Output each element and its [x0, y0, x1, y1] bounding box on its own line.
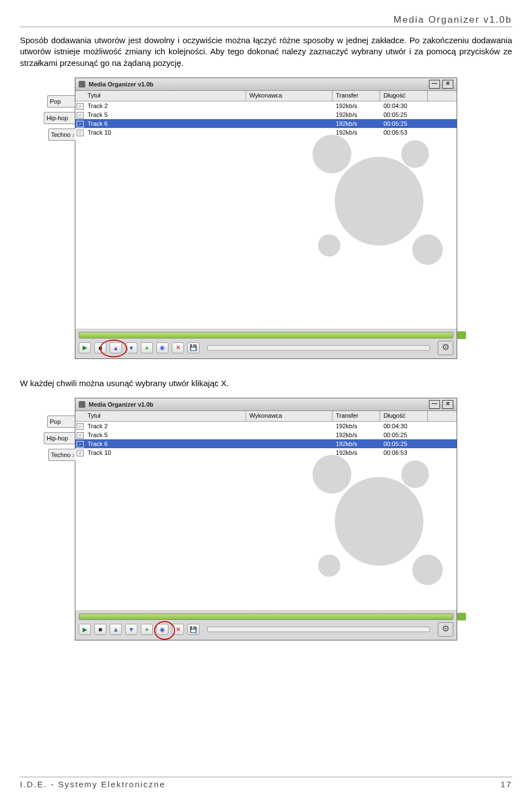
track-row[interactable]: ♪Track 2192kb/s00:04:30 — [75, 422, 457, 430]
minimize-button[interactable]: — — [429, 80, 440, 89]
track-row[interactable]: ♪Track 5192kb/s00:05:25 — [75, 110, 457, 119]
save-button[interactable]: 💾 — [187, 624, 200, 635]
track-list[interactable]: ♪Track 2192kb/s00:04:30♪Track 5192kb/s00… — [75, 422, 457, 610]
app-window-2: Media Organizer v1.0b — ✕ Tytuł Wykonawc… — [75, 398, 457, 640]
cell-title: Track 10 — [84, 129, 246, 136]
move-down-button[interactable]: ▼ — [125, 342, 137, 353]
cell-length: 00:04:30 — [380, 102, 428, 109]
paragraph-1: Sposób dodawania utworów jest dowolny i … — [20, 35, 512, 69]
stop-button[interactable]: ■ — [94, 342, 106, 353]
tab-hiphop[interactable]: Hip-hop — [44, 112, 75, 124]
music-icon: ♪ — [71, 452, 75, 458]
save-button[interactable]: 💾 — [187, 342, 200, 353]
toolbar: ▶ ■ ▲ ▼ + ◉ ✕ 💾 ⚙ — [79, 341, 453, 355]
note-icon: ♪ — [76, 450, 84, 457]
col-artist[interactable]: Wykonawca — [246, 411, 332, 421]
note-icon: ♪ — [76, 432, 84, 439]
cell-length: 00:05:25 — [380, 440, 428, 447]
window-title: Media Organizer v1.0b — [89, 401, 154, 408]
cell-transfer: 192kb/s — [332, 129, 380, 136]
cell-transfer: 192kb/s — [332, 120, 380, 127]
volume-slider[interactable] — [207, 345, 430, 351]
cell-length: 00:05:25 — [380, 120, 428, 127]
track-row[interactable]: ♪Track 2192kb/s00:04:30 — [75, 101, 457, 110]
move-down-button[interactable]: ▼ — [125, 624, 137, 635]
screenshot-2-wrap: Pop Hip-hop Techno♪ Media Organizer v1.0… — [20, 398, 512, 640]
side-tabs: Pop Hip-hop Techno♪ — [47, 95, 75, 145]
footer-page: 17 — [500, 780, 512, 789]
screenshot-2: Pop Hip-hop Techno♪ Media Organizer v1.0… — [75, 398, 457, 640]
progress-bar[interactable] — [79, 332, 453, 339]
cell-title: Track 10 — [84, 449, 246, 456]
cell-length: 00:05:25 — [380, 432, 428, 438]
play-button[interactable]: ▶ — [79, 342, 91, 353]
app-icon — [79, 401, 85, 408]
track-list[interactable]: ♪Track 2192kb/s00:04:30♪Track 5192kb/s00… — [75, 101, 457, 329]
col-transfer[interactable]: Transfer — [332, 411, 380, 421]
note-icon: ♪ — [76, 441, 84, 448]
toolbar: ▶ ■ ▲ ▼ + ◉ ✕ 💾 ⚙ — [79, 622, 453, 637]
move-up-button[interactable]: ▲ — [110, 342, 122, 353]
col-length[interactable]: Długość — [380, 91, 428, 101]
window-title: Media Organizer v1.0b — [89, 81, 154, 88]
add-button[interactable]: + — [141, 624, 153, 635]
column-headers: Tytuł Wykonawca Transfer Długość — [75, 91, 457, 101]
minimize-button[interactable]: — — [429, 400, 440, 409]
delete-button[interactable]: ✕ — [172, 624, 184, 635]
music-icon: ♪ — [71, 131, 75, 138]
background-graphic — [301, 455, 457, 610]
cell-title: Track 2 — [84, 423, 246, 429]
cell-length: 00:04:30 — [380, 423, 428, 429]
track-row[interactable]: ♪Track 6192kb/s00:05:25 — [75, 439, 457, 448]
column-headers: Tytuł Wykonawca Transfer Długość — [75, 411, 457, 422]
bottom-panel: ▶ ■ ▲ ▼ + ◉ ✕ 💾 ⚙ — [75, 329, 457, 358]
cell-length: 00:06:53 — [380, 129, 428, 136]
close-button[interactable]: ✕ — [442, 400, 453, 409]
tab-pop[interactable]: Pop — [47, 95, 75, 107]
cell-transfer: 192kb/s — [332, 440, 380, 447]
stop-button[interactable]: ■ — [94, 624, 106, 635]
progress-bar[interactable] — [79, 613, 453, 620]
settings-button[interactable]: ⚙ — [438, 622, 453, 637]
close-button[interactable]: ✕ — [442, 80, 453, 89]
delete-button[interactable]: ✕ — [172, 342, 184, 353]
cell-transfer: 192kb/s — [332, 111, 380, 118]
app-window: Media Organizer v1.0b — ✕ Tytuł Wykonawc… — [75, 78, 457, 359]
side-tabs-2: Pop Hip-hop Techno♪ — [47, 416, 75, 465]
cell-length: 00:05:25 — [380, 111, 428, 118]
track-row[interactable]: ♪Track 6192kb/s00:05:25 — [75, 119, 457, 128]
play-button[interactable]: ▶ — [79, 624, 91, 635]
cell-title: Track 6 — [84, 440, 246, 447]
volume-slider[interactable] — [207, 627, 430, 632]
cell-transfer: 192kb/s — [332, 432, 380, 438]
col-length[interactable]: Długość — [380, 411, 428, 421]
track-row[interactable]: ♪Track 5192kb/s00:05:25 — [75, 430, 457, 439]
titlebar: Media Organizer v1.0b — ✕ — [75, 398, 457, 411]
track-row[interactable]: ♪Track 10192kb/s00:06:53 — [75, 448, 457, 457]
col-artist[interactable]: Wykonawca — [246, 91, 332, 101]
tab-hiphop[interactable]: Hip-hop — [44, 432, 75, 444]
cell-title: Track 5 — [84, 432, 246, 438]
background-graphic — [301, 135, 457, 290]
cell-title: Track 5 — [84, 111, 246, 118]
tab-pop[interactable]: Pop — [47, 416, 75, 428]
col-title[interactable]: Tytuł — [84, 411, 246, 421]
move-up-button[interactable]: ▲ — [110, 624, 122, 635]
note-icon: ♪ — [76, 121, 84, 127]
cd-button[interactable]: ◉ — [156, 342, 168, 353]
page-header: Media Organizer v1.0b — [20, 14, 512, 27]
cell-length: 00:06:53 — [380, 449, 428, 456]
note-icon: ♪ — [76, 423, 84, 430]
paragraph-2: W każdej chwili można usunąć wybrany utw… — [20, 378, 512, 389]
settings-button[interactable]: ⚙ — [438, 341, 453, 355]
titlebar: Media Organizer v1.0b — ✕ — [75, 78, 457, 91]
add-button[interactable]: + — [141, 342, 153, 353]
bottom-panel: ▶ ■ ▲ ▼ + ◉ ✕ 💾 ⚙ — [75, 610, 457, 640]
col-transfer[interactable]: Transfer — [332, 91, 380, 101]
cd-button[interactable]: ◉ — [156, 624, 168, 635]
track-row[interactable]: ♪Track 10192kb/s00:06:53 — [75, 128, 457, 137]
screenshot-1: Pop Hip-hop Techno♪ Media Organizer v1.0… — [75, 78, 457, 359]
cell-transfer: 192kb/s — [332, 423, 380, 429]
note-icon: ♪ — [76, 130, 84, 136]
col-title[interactable]: Tytuł — [84, 91, 246, 101]
